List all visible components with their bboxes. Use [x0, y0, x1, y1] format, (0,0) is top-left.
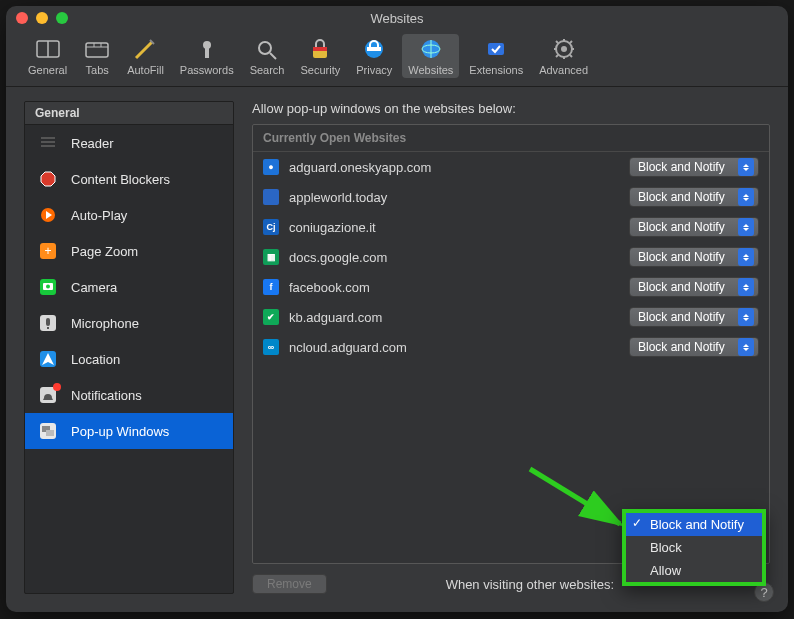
svg-rect-2: [86, 43, 108, 57]
sidebar-item-label: Pop-up Windows: [71, 424, 169, 439]
sidebar-item-pop-up-windows[interactable]: Pop-up Windows: [25, 413, 233, 449]
favicon-icon: ✔: [263, 309, 279, 325]
sidebar-item-camera[interactable]: Camera: [25, 269, 233, 305]
website-row[interactable]: appleworld.todayBlock and Notify: [253, 182, 769, 212]
dropdown-option[interactable]: Allow: [626, 559, 762, 582]
select-value: Block and Notify: [638, 340, 738, 354]
autofill-icon: [131, 36, 159, 62]
sidebar-item-label: Notifications: [71, 388, 142, 403]
svg-rect-13: [367, 47, 381, 51]
page-zoom-icon: +: [37, 240, 59, 262]
select-value: Block and Notify: [638, 190, 738, 204]
svg-point-8: [259, 42, 271, 54]
svg-rect-28: [41, 141, 55, 143]
svg-point-37: [46, 285, 50, 289]
website-row[interactable]: ∞ncloud.adguard.comBlock and Notify: [253, 332, 769, 362]
remove-button[interactable]: Remove: [252, 574, 327, 594]
svg-line-23: [556, 41, 558, 43]
toolbar-websites[interactable]: Websites: [402, 34, 459, 78]
toolbar-extensions[interactable]: Extensions: [463, 34, 529, 78]
minimize-icon[interactable]: [36, 12, 48, 24]
toolbar-label: Privacy: [356, 64, 392, 76]
toolbar-label: Passwords: [180, 64, 234, 76]
select-arrows-icon: [738, 188, 754, 206]
sidebar-item-label: Auto-Play: [71, 208, 127, 223]
select-value: Block and Notify: [638, 220, 738, 234]
svg-text:+: +: [44, 244, 51, 258]
svg-point-6: [203, 41, 211, 49]
website-setting-select[interactable]: Block and Notify: [629, 247, 759, 267]
other-websites-label: When visiting other websites:: [446, 577, 614, 592]
website-domain: appleworld.today: [289, 190, 619, 205]
toolbar-general[interactable]: General: [22, 34, 73, 78]
favicon-icon: ▦: [263, 249, 279, 265]
sidebar-item-location[interactable]: Location: [25, 341, 233, 377]
sidebar-item-label: Reader: [71, 136, 114, 151]
microphone-icon: [37, 312, 59, 334]
toolbar-privacy[interactable]: Privacy: [350, 34, 398, 78]
toolbar-label: Search: [250, 64, 285, 76]
website-row[interactable]: ffacebook.comBlock and Notify: [253, 272, 769, 302]
website-domain: coniugazione.it: [289, 220, 619, 235]
advanced-icon: [550, 36, 578, 62]
sidebar-item-notifications[interactable]: Notifications: [25, 377, 233, 413]
website-setting-select[interactable]: Block and Notify: [629, 277, 759, 297]
window-controls: [16, 12, 68, 24]
website-list-header: Currently Open Websites: [253, 125, 769, 152]
website-setting-select[interactable]: Block and Notify: [629, 307, 759, 327]
dropdown-option[interactable]: Block and Notify: [626, 513, 762, 536]
toolbar-advanced[interactable]: Advanced: [533, 34, 594, 78]
svg-rect-27: [41, 137, 55, 139]
website-domain: adguard.oneskyapp.com: [289, 160, 619, 175]
main-panel: Allow pop-up windows on the websites bel…: [252, 101, 770, 594]
select-arrows-icon: [738, 338, 754, 356]
svg-rect-7: [205, 48, 209, 58]
favicon-icon: Cj: [263, 219, 279, 235]
website-row[interactable]: ▦docs.google.comBlock and Notify: [253, 242, 769, 272]
reader-icon: [37, 132, 59, 154]
dropdown-option[interactable]: Block: [626, 536, 762, 559]
favicon-icon: ●: [263, 159, 279, 175]
toolbar-label: Security: [300, 64, 340, 76]
svg-line-25: [556, 55, 558, 57]
sidebar-item-microphone[interactable]: Microphone: [25, 305, 233, 341]
toolbar-autofill[interactable]: AutoFill: [121, 34, 170, 78]
select-value: Block and Notify: [638, 310, 738, 324]
svg-marker-30: [41, 172, 55, 186]
toolbar-label: General: [28, 64, 67, 76]
toolbar-tabs[interactable]: Tabs: [77, 34, 117, 78]
select-arrows-icon: [738, 308, 754, 326]
website-row[interactable]: Cjconiugazione.itBlock and Notify: [253, 212, 769, 242]
toolbar-security[interactable]: Security: [294, 34, 346, 78]
pop-up-windows-icon: [37, 420, 59, 442]
sidebar-item-reader[interactable]: Reader: [25, 125, 233, 161]
website-row[interactable]: ●adguard.oneskyapp.comBlock and Notify: [253, 152, 769, 182]
zoom-icon[interactable]: [56, 12, 68, 24]
website-row[interactable]: ✔kb.adguard.comBlock and Notify: [253, 302, 769, 332]
sidebar-item-page-zoom[interactable]: +Page Zoom: [25, 233, 233, 269]
content-blockers-icon: [37, 168, 59, 190]
sidebar-item-label: Location: [71, 352, 120, 367]
website-setting-select[interactable]: Block and Notify: [629, 337, 759, 357]
passwords-icon: [193, 36, 221, 62]
sidebar-item-label: Page Zoom: [71, 244, 138, 259]
search-icon: [253, 36, 281, 62]
sidebar-item-auto-play[interactable]: Auto-Play: [25, 197, 233, 233]
svg-rect-11: [313, 47, 327, 51]
sidebar-item-content-blockers[interactable]: Content Blockers: [25, 161, 233, 197]
close-icon[interactable]: [16, 12, 28, 24]
camera-icon: [37, 276, 59, 298]
svg-point-18: [561, 46, 567, 52]
toolbar-search[interactable]: Search: [244, 34, 291, 78]
toolbar-passwords[interactable]: Passwords: [174, 34, 240, 78]
toolbar-label: Advanced: [539, 64, 588, 76]
svg-rect-29: [41, 145, 55, 147]
website-setting-select[interactable]: Block and Notify: [629, 157, 759, 177]
other-websites-dropdown[interactable]: Block and NotifyBlockAllow: [622, 509, 766, 586]
website-setting-select[interactable]: Block and Notify: [629, 217, 759, 237]
website-setting-select[interactable]: Block and Notify: [629, 187, 759, 207]
select-value: Block and Notify: [638, 280, 738, 294]
preferences-window: Websites GeneralTabsAutoFillPasswordsSea…: [6, 6, 788, 612]
window-title: Websites: [6, 11, 788, 26]
auto-play-icon: [37, 204, 59, 226]
